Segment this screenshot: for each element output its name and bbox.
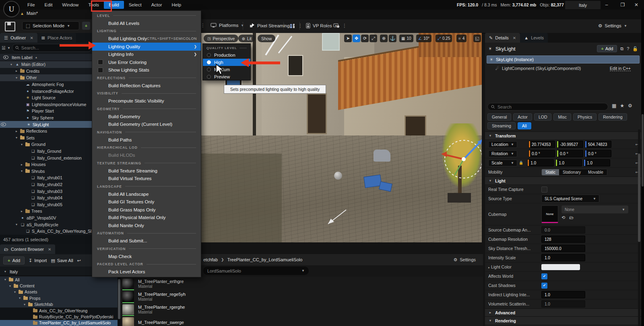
outliner-row-abp-vespa50v[interactable]: ●aBP_Vespa50V bbox=[0, 215, 93, 221]
tab-content-browser[interactable]: 🗁 Content Browser✕ bbox=[0, 244, 55, 254]
mobility-option-static[interactable]: Static bbox=[542, 169, 559, 175]
menu-item-build-geometry-current-level-[interactable]: Build Geometry (Current Level) bbox=[92, 121, 201, 129]
light-value-input[interactable]: 1.0 bbox=[541, 300, 585, 308]
tab-details[interactable]: ✎ Details✕ bbox=[485, 33, 520, 43]
cb-tree-row-content[interactable]: ▾Content bbox=[0, 283, 118, 289]
asset-row-m_treeplanter_erthgre[interactable]: M_TreePlanter_erthgreMaterial bbox=[122, 277, 481, 290]
asset-row-m_treeplanter_rege5yh[interactable]: M_TreePlanter_rege5yhMaterial bbox=[122, 290, 481, 303]
filter-chip-misc[interactable]: Misc bbox=[553, 113, 571, 121]
menu-item-build-geometry[interactable]: Build Geometry bbox=[92, 113, 201, 121]
cubemap-dropdown[interactable]: None▼ bbox=[561, 205, 628, 213]
surface-snap-toggle[interactable]: ⚓ bbox=[389, 35, 396, 42]
axis-value-input[interactable]: 0.0 ° bbox=[528, 150, 555, 157]
main-level-tab[interactable]: ▲ Main* bbox=[20, 11, 38, 16]
menu-item-build-texture-streaming[interactable]: Build Texture Streaming bbox=[92, 167, 201, 175]
filter-chip-streaming[interactable]: Streaming bbox=[487, 122, 516, 129]
cb-tree-row-assets[interactable]: ▾Assets bbox=[0, 289, 118, 295]
component-row-lightcomponent[interactable]: ☄ LightComponent (SkyLightComponent0) Ed… bbox=[487, 64, 640, 72]
axis-value-input[interactable]: 0.0 ° bbox=[585, 150, 611, 157]
expand-arrow-icon[interactable]: ▾ bbox=[23, 303, 27, 306]
light-value-input[interactable]: 1.0 bbox=[541, 291, 585, 298]
menu-item-build-paths[interactable]: Build Paths bbox=[92, 136, 201, 144]
menu-item-show-lighting-stats[interactable]: Show Lighting Stats bbox=[92, 66, 201, 74]
select-tool[interactable]: ➤ bbox=[344, 35, 352, 42]
menu-item-build-physical-material-only[interactable]: Build Physical Material Only bbox=[92, 214, 201, 222]
mobility-option-movable[interactable]: Movable bbox=[584, 169, 607, 175]
quality-item-preview[interactable]: Preview bbox=[203, 73, 250, 80]
cb-back-button[interactable]: ↩ bbox=[77, 258, 81, 263]
cb-path-dropdown[interactable]: LordSamueliSolo▼ bbox=[203, 267, 309, 275]
checkbox-checked[interactable]: ✔ bbox=[541, 283, 547, 289]
close-icon[interactable]: ✕ bbox=[30, 36, 33, 40]
expand-arrow-icon[interactable]: ▾ bbox=[14, 136, 19, 139]
window-right-scrollbar[interactable] bbox=[641, 10, 644, 326]
filter-chip-general[interactable]: General bbox=[487, 113, 511, 121]
tab-levels[interactable]: ▲ Levels bbox=[520, 33, 548, 43]
menubar-item-file[interactable]: File bbox=[23, 1, 40, 9]
settings-dropdown[interactable]: ⚙ Settings▼ bbox=[595, 21, 630, 30]
cb-tree-row-props[interactable]: ▾Props bbox=[0, 295, 118, 301]
outliner-row-atmospheric-fog[interactable]: ☁Atmospheric Fog bbox=[0, 81, 93, 88]
save-icon[interactable] bbox=[5, 22, 15, 31]
filter-chip-physics[interactable]: Physics bbox=[573, 113, 597, 121]
favorites-star-icon[interactable]: ★ bbox=[620, 103, 624, 109]
expand-arrow-icon[interactable]: ▾ bbox=[14, 223, 19, 226]
asset-row-m_treeplanter_swerge[interactable]: M_TreePlanter_swerge bbox=[122, 316, 481, 326]
filter-icon[interactable]: ☱ bbox=[2, 45, 6, 51]
outliner-row-sets[interactable]: ▾Sets bbox=[0, 135, 93, 141]
checkbox-icon[interactable] bbox=[98, 68, 103, 73]
menu-item-map-check[interactable]: Map Check bbox=[92, 252, 201, 260]
display-options-icon[interactable]: ▦ bbox=[612, 103, 616, 109]
use-selected-icon[interactable]: ⟲ bbox=[561, 215, 565, 220]
menu-item-build-all-levels[interactable]: Build All Levels bbox=[92, 19, 201, 27]
light-value-input[interactable]: 1.0 bbox=[541, 254, 585, 261]
section-header-light[interactable]: ▾Light bbox=[485, 176, 641, 185]
outliner-row-instancedfoliageactor[interactable]: ●InstancedFoliageActor bbox=[0, 88, 93, 94]
menu-item-build-hlods[interactable]: Build HLODs bbox=[92, 152, 201, 160]
menu-item-build-grass-maps-only[interactable]: Build Grass Maps Only bbox=[92, 206, 201, 214]
source-type-dropdown[interactable]: SLS Captured Scene▼ bbox=[541, 195, 599, 203]
outliner-row-light-source[interactable]: ✳Light Source bbox=[0, 94, 93, 101]
menubar-item-help[interactable]: Help bbox=[167, 1, 186, 9]
menu-item-lighting-quality[interactable]: Lighting Quality❯ bbox=[92, 43, 201, 51]
outliner-row-player-start[interactable]: ⚑Player Start bbox=[0, 108, 93, 115]
lock-icon[interactable]: 🔒 bbox=[519, 161, 523, 165]
checkbox-icon[interactable] bbox=[98, 59, 103, 65]
cb-import-button[interactable]: ↧Import bbox=[29, 258, 47, 263]
outliner-row-italy-shrub02[interactable]: ❑Italy_shrub02 bbox=[0, 181, 93, 188]
filter-chevron[interactable]: ▼ bbox=[7, 46, 10, 50]
filter-chip-lod[interactable]: LOD bbox=[534, 113, 552, 121]
axis-value-input[interactable]: 504.74823 bbox=[585, 141, 611, 148]
menu-item-build-gi-textures-only[interactable]: Build GI Textures Only bbox=[92, 198, 201, 206]
asset-row-m_treeplanter_rgerghe[interactable]: M_TreePlanter_rgergheMaterial bbox=[122, 303, 481, 316]
outliner-row-houses[interactable]: ▸Houses bbox=[0, 161, 93, 168]
outliner-row-credits[interactable]: ▸Credits bbox=[0, 68, 93, 75]
pivot-sphere-widget[interactable] bbox=[334, 172, 342, 180]
outliner-row-italy-ground[interactable]: ❑Italy_Ground bbox=[0, 148, 93, 155]
outliner-row-italy-shrub05[interactable]: ❑Italy_shrub05 bbox=[0, 201, 93, 208]
axis-value-input[interactable]: 1.0 bbox=[527, 159, 554, 166]
expand-arrow-icon[interactable]: ▾ bbox=[9, 63, 13, 66]
outliner-row-ground[interactable]: ▾Ground bbox=[0, 141, 93, 148]
menu-item-build-virtual-textures[interactable]: Build Virtual Textures bbox=[92, 175, 201, 183]
visibility-eye-icon[interactable] bbox=[1, 123, 6, 126]
menu-item-build-all-landscape[interactable]: Build All Landscape bbox=[92, 190, 201, 198]
scale-dropdown[interactable]: Scale▼ bbox=[488, 160, 517, 166]
level-name-tab[interactable]: Italy bbox=[565, 1, 601, 9]
unlock-icon[interactable]: 🔓 bbox=[632, 46, 638, 51]
axis-value-input[interactable]: 20.774353 bbox=[528, 141, 555, 148]
expand-arrow-icon[interactable]: ▸ bbox=[14, 129, 19, 133]
cb-add-button[interactable]: +Add bbox=[3, 256, 25, 264]
expand-arrow-icon[interactable]: ▾ bbox=[20, 143, 24, 146]
component-row-skylight-instance[interactable]: ☀ SkyLight (Instance) bbox=[487, 55, 640, 64]
show-dropdown[interactable]: Show bbox=[258, 35, 275, 42]
help-icon[interactable]: ? bbox=[627, 46, 629, 51]
restore-button[interactable]: ❐ bbox=[617, 0, 629, 10]
stage-monitor-button[interactable]: ⋮ bbox=[330, 21, 350, 30]
outliner-row-main-editor-[interactable]: ▾▲Main (Editor) bbox=[0, 61, 93, 68]
close-icon[interactable]: ✕ bbox=[48, 247, 51, 252]
close-icon[interactable]: ✕ bbox=[513, 36, 516, 40]
maximize-viewport-button[interactable]: ◱ bbox=[473, 35, 481, 42]
filter-chip-rendering[interactable]: Rendering bbox=[599, 113, 627, 121]
expand-arrow-icon[interactable]: ▾ bbox=[13, 290, 17, 294]
